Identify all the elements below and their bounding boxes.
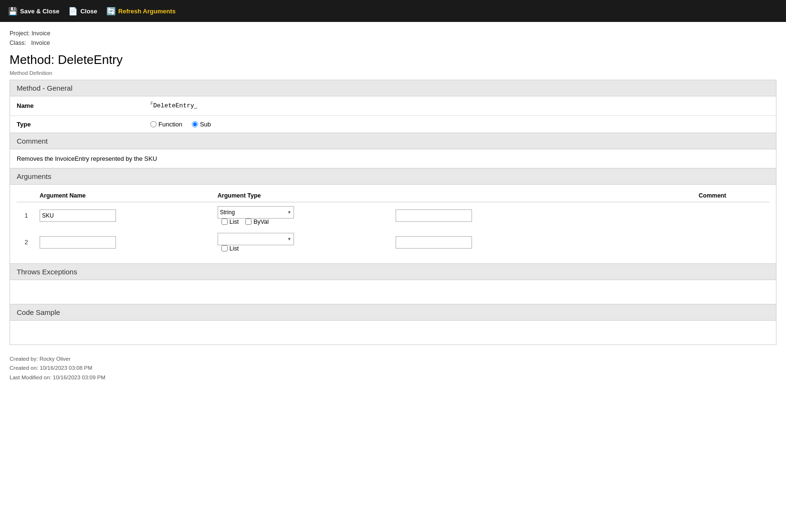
arg-num-1: 1 (17, 202, 36, 229)
arg-comment-input-2[interactable] (396, 236, 472, 249)
arg-type-cell-2: StringIntegerBooleanObjectArrayVariantLi… (214, 229, 392, 256)
comment-text: Removes the InvoiceEntry represented by … (17, 155, 157, 162)
type-sub-radio[interactable] (192, 121, 198, 127)
form-sections: Method - General Name FDeleteEntry↵ Type (10, 80, 776, 345)
code-section-title: Code Sample (17, 308, 60, 316)
col-name-header: Argument Name (36, 189, 214, 202)
type-label: Type (10, 115, 144, 133)
col-type-header: Argument Type (214, 189, 695, 202)
last-modified: Last Modified on: 10/16/2023 03:09 PM (10, 373, 776, 383)
arguments-section-title: Arguments (17, 172, 52, 180)
comment-section-title: Comment (17, 137, 48, 145)
general-section-title: Method - General (17, 84, 73, 92)
project-info: Project: Invoice (10, 29, 776, 38)
name-label: Name (10, 96, 144, 115)
type-radio-group: Function Sub (150, 121, 769, 128)
col-num-header (17, 189, 36, 202)
arg-name-input-1[interactable] (40, 209, 116, 222)
save-close-button[interactable]: 💾 Save & Close (5, 4, 62, 18)
footer: Created by: Rocky Oliver Created on: 10/… (10, 355, 776, 383)
arg-list-label-1[interactable]: List (221, 219, 239, 225)
general-section: Method - General Name FDeleteEntry↵ Type (10, 80, 776, 133)
arg-byval-text-1: ByVal (253, 219, 269, 225)
save-close-icon: 💾 (8, 6, 18, 16)
arg-byval-checkbox-1[interactable] (245, 219, 252, 225)
arg-checkboxes-2: List (221, 245, 388, 252)
class-label: Class: (10, 40, 26, 46)
project-label: Project: (10, 30, 30, 37)
main-content: Project: Invoice Class: Invoice Method: … (0, 22, 786, 392)
close-label: Close (80, 8, 97, 15)
created-by: Created by: Rocky Oliver (10, 355, 776, 364)
arg-list-label-2[interactable]: List (221, 245, 239, 252)
code-body (10, 321, 776, 344)
save-close-label: Save & Close (20, 8, 59, 15)
arg-type-select-2[interactable]: StringIntegerBooleanObjectArrayVariant (218, 233, 294, 245)
type-function-radio[interactable] (150, 121, 157, 127)
comment-section-header: Comment (10, 133, 776, 149)
general-section-header: Method - General (10, 80, 776, 96)
arg-comment-cell-1 (392, 202, 695, 229)
arg-comment-input-1[interactable] (396, 209, 472, 222)
arg-list-text-1: List (230, 219, 239, 225)
type-function-option[interactable]: Function (150, 121, 182, 128)
close-icon: 📄 (68, 6, 78, 16)
class-value: Invoice (31, 40, 50, 46)
arg-byval-label-1[interactable]: ByVal (245, 219, 269, 225)
refresh-label: Refresh Arguments (118, 8, 176, 15)
toolbar: 💾 Save & Close 📄 Close 🔄 Refresh Argumen… (0, 0, 786, 22)
code-section-header: Code Sample (10, 304, 776, 321)
type-value-cell: Function Sub (144, 115, 776, 133)
comment-body: Removes the InvoiceEntry represented by … (10, 149, 776, 168)
arguments-section: Arguments Argument Name Argument Type Co… (10, 168, 776, 264)
general-section-body: Name FDeleteEntry↵ Type (10, 96, 776, 133)
throws-section-header: Throws Exceptions (10, 264, 776, 280)
arg-num-2: 2 (17, 229, 36, 256)
type-row: Type Function Sub (10, 115, 776, 133)
type-function-label: Function (158, 121, 182, 128)
arg-name-input-2[interactable] (40, 236, 116, 249)
args-row-2: 2StringIntegerBooleanObjectArrayVariantL… (17, 229, 769, 256)
args-row-1: 1StringIntegerBooleanObjectArrayVariantL… (17, 202, 769, 229)
project-value: Invoice (31, 30, 51, 37)
throws-section-title: Throws Exceptions (17, 268, 77, 276)
arg-comment-cell-2 (392, 229, 695, 256)
throws-section: Throws Exceptions (10, 264, 776, 304)
arguments-body: Argument Name Argument Type Comment 1Str… (10, 185, 776, 263)
refresh-button[interactable]: 🔄 Refresh Arguments (103, 4, 178, 18)
arg-checkboxes-1: ListByVal (221, 219, 388, 225)
arg-name-cell-2 (36, 229, 214, 256)
type-sub-label: Sub (200, 121, 211, 128)
comment-section: Comment Removes the InvoiceEntry represe… (10, 133, 776, 168)
refresh-icon: 🔄 (106, 6, 116, 16)
code-section: Code Sample (10, 304, 776, 344)
class-info: Class: Invoice (10, 38, 776, 48)
general-table: Name FDeleteEntry↵ Type (10, 96, 776, 133)
name-value: FDeleteEntry↵ (150, 102, 197, 109)
method-title: Method: DeleteEntry (10, 52, 776, 67)
arg-list-checkbox-1[interactable] (221, 219, 228, 225)
method-definition-label: Method Definition (10, 70, 776, 76)
arg-type-cell-1: StringIntegerBooleanObjectArrayVariantLi… (214, 202, 392, 229)
close-button[interactable]: 📄 Close (65, 4, 100, 18)
arg-type-select-1[interactable]: StringIntegerBooleanObjectArrayVariant (218, 206, 294, 219)
created-on: Created on: 10/16/2023 03:08 PM (10, 364, 776, 373)
arg-name-cell-1 (36, 202, 214, 229)
type-sub-option[interactable]: Sub (192, 121, 211, 128)
name-row: Name FDeleteEntry↵ (10, 96, 776, 115)
arg-list-text-2: List (230, 245, 239, 252)
throws-body (10, 280, 776, 304)
args-header-row: Argument Name Argument Type Comment (17, 189, 769, 202)
meta-info: Project: Invoice Class: Invoice (10, 29, 776, 48)
arguments-table: Argument Name Argument Type Comment 1Str… (17, 189, 769, 256)
col-comment-header: Comment (695, 189, 769, 202)
name-value-cell: FDeleteEntry↵ (144, 96, 776, 115)
arg-list-checkbox-2[interactable] (221, 245, 228, 251)
arguments-section-header: Arguments (10, 168, 776, 185)
